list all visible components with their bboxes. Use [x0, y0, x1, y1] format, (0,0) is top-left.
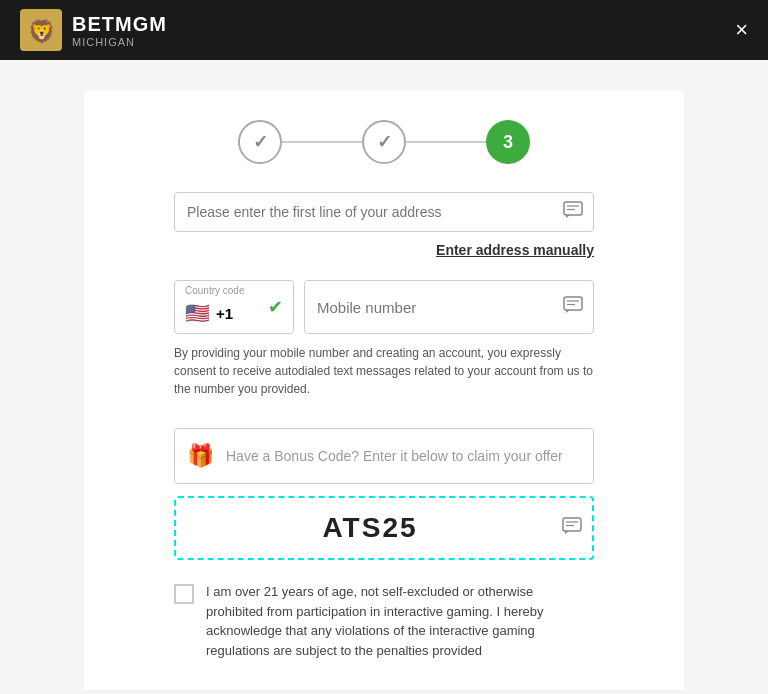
age-verification-row: I am over 21 years of age, not self-excl… — [174, 582, 594, 660]
brand-name: BETMGM — [72, 13, 167, 36]
steps-indicator: ✓ ✓ 3 — [174, 120, 594, 164]
age-checkbox[interactable] — [174, 584, 194, 604]
consent-text: By providing your mobile number and crea… — [174, 344, 594, 398]
country-code-text: +1 — [216, 305, 233, 322]
main-content: ✓ ✓ 3 Enter address manually Country cod… — [84, 90, 684, 690]
country-value: 🇺🇸 +1 — [185, 301, 233, 325]
logo-icon: 🦁 — [20, 9, 62, 51]
step-line-1 — [282, 141, 362, 143]
gift-icon: 🎁 — [187, 443, 214, 469]
step-line-2 — [406, 141, 486, 143]
mobile-field[interactable] — [304, 280, 594, 334]
logo-area: 🦁 BETMGM MICHIGAN — [20, 9, 167, 51]
logo-text: BETMGM MICHIGAN — [72, 13, 167, 48]
bonus-code-field[interactable]: 🎁 Have a Bonus Code? Enter it below to c… — [174, 428, 594, 484]
step-3: 3 — [486, 120, 530, 164]
address-field[interactable] — [174, 192, 594, 232]
svg-text:🦁: 🦁 — [28, 18, 56, 45]
bonus-placeholder: Have a Bonus Code? Enter it below to cla… — [226, 448, 581, 464]
age-text: I am over 21 years of age, not self-excl… — [206, 582, 594, 660]
close-button[interactable]: × — [735, 19, 748, 41]
svg-rect-8 — [563, 518, 581, 531]
country-check-icon: ✔ — [268, 296, 283, 318]
step-1: ✓ — [238, 120, 282, 164]
flag-icon: 🇺🇸 — [185, 301, 210, 325]
step-2: ✓ — [362, 120, 406, 164]
address-input[interactable] — [187, 204, 553, 220]
country-label: Country code — [185, 285, 244, 296]
country-code-box[interactable]: Country code 🇺🇸 +1 ✔ — [174, 280, 294, 334]
region-label: MICHIGAN — [72, 36, 167, 48]
promo-chat-icon — [562, 517, 582, 539]
mobile-input[interactable] — [317, 299, 553, 316]
betmgm-logo-svg: 🦁 — [22, 11, 60, 49]
mobile-chat-icon — [563, 296, 583, 318]
svg-rect-2 — [564, 202, 582, 215]
promo-code-box[interactable]: ATS25 — [174, 496, 594, 560]
header: 🦁 BETMGM MICHIGAN × — [0, 0, 768, 60]
manual-address-link[interactable]: Enter address manually — [174, 242, 594, 258]
svg-rect-5 — [564, 297, 582, 310]
promo-code-text: ATS25 — [188, 512, 552, 544]
address-chat-icon — [563, 201, 583, 223]
phone-row: Country code 🇺🇸 +1 ✔ — [174, 280, 594, 334]
